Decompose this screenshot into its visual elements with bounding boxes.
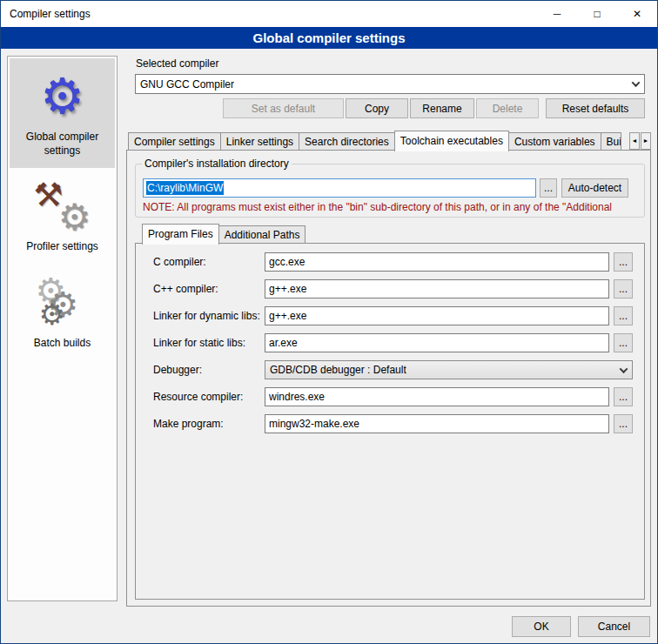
linker-static-input[interactable]: [265, 333, 609, 352]
tab-scroll-right-button[interactable]: ►: [641, 132, 651, 150]
profiler-settings-icon: ⚙ ⚒: [36, 180, 90, 232]
browse-resource-compiler-button[interactable]: ...: [614, 387, 633, 406]
tab-bar: Compiler settings Linker settings Search…: [128, 130, 621, 151]
resource-compiler-label: Resource compiler:: [153, 387, 243, 406]
sidebar: ⚙ Global compiler settings ⚙ ⚒ Profiler …: [7, 56, 118, 601]
note-text: NOTE: All programs must exist either in …: [143, 201, 646, 213]
minimize-button[interactable]: ─: [537, 1, 577, 27]
sidebar-item-global-compiler-settings[interactable]: ⚙ Global compiler settings: [10, 58, 115, 168]
titlebar: Compiler settings ─ □ ✕: [1, 1, 657, 27]
arrow-left-icon: ◄: [632, 138, 638, 144]
selected-compiler-dropdown[interactable]: GNU GCC Compiler: [135, 74, 645, 94]
browse-linker-dynamic-button[interactable]: ...: [614, 306, 633, 325]
make-program-input[interactable]: [265, 414, 609, 433]
close-button[interactable]: ✕: [617, 1, 657, 27]
delete-button[interactable]: Delete: [476, 98, 539, 118]
batch-builds-gears-icon: ⚙ ⚙ ⚙: [36, 277, 90, 329]
window-controls: ─ □ ✕: [537, 1, 657, 27]
resource-compiler-input[interactable]: [265, 387, 609, 406]
browse-linker-static-button[interactable]: ...: [614, 333, 633, 352]
sidebar-item-profiler-settings[interactable]: ⚙ ⚒ Profiler settings: [10, 168, 115, 265]
c-compiler-input[interactable]: [265, 252, 609, 272]
installation-directory-input[interactable]: C:\raylib\MinGW: [143, 178, 536, 198]
selected-compiler-value: GNU GCC Compiler: [140, 78, 234, 91]
browse-make-program-button[interactable]: ...: [614, 414, 633, 433]
auto-detect-button[interactable]: Auto-detect: [561, 178, 628, 198]
subtab-bar: Program Files Additional Paths: [142, 223, 305, 244]
cpp-compiler-input[interactable]: [265, 279, 609, 299]
browse-cpp-compiler-button[interactable]: ...: [614, 279, 633, 299]
debugger-select[interactable]: GDB/CDB debugger : Default: [265, 360, 633, 379]
maximize-icon: □: [594, 8, 600, 20]
cpp-compiler-label: C++ compiler:: [153, 279, 218, 299]
tab-toolchain-executables[interactable]: Toolchain executables: [394, 131, 509, 151]
sidebar-item-batch-builds[interactable]: ⚙ ⚙ ⚙ Batch builds: [10, 265, 115, 361]
subtab-program-files[interactable]: Program Files: [142, 224, 219, 245]
sidebar-item-label: Global compiler settings: [11, 131, 113, 158]
ok-button[interactable]: OK: [512, 616, 571, 637]
chevron-down-icon: [632, 78, 641, 87]
subtab-additional-paths[interactable]: Additional Paths: [218, 225, 306, 244]
maximize-button[interactable]: □: [577, 1, 617, 27]
page-title: Global compiler settings: [252, 30, 405, 45]
chevron-down-icon: [620, 365, 628, 373]
tab-build[interactable]: Build: [601, 132, 621, 151]
arrow-right-icon: ►: [643, 138, 649, 144]
browse-c-compiler-button[interactable]: ...: [614, 252, 633, 272]
debugger-label: Debugger:: [153, 360, 202, 379]
selected-compiler-label: Selected compiler: [136, 57, 218, 70]
header-banner: Global compiler settings: [1, 27, 657, 49]
c-compiler-label: C compiler:: [153, 252, 206, 272]
minimize-icon: ─: [554, 8, 561, 20]
linker-dynamic-label: Linker for dynamic libs:: [153, 306, 260, 325]
program-files-panel: C compiler: ... C++ compiler: ... Linker…: [135, 243, 645, 600]
tab-search-directories[interactable]: Search directories: [299, 132, 395, 151]
installation-directory-group-label: Compiler's installation directory: [142, 158, 292, 170]
reset-defaults-button[interactable]: Reset defaults: [546, 98, 645, 118]
global-compiler-gear-icon: ⚙: [36, 70, 90, 123]
sidebar-item-label: Profiler settings: [26, 240, 98, 254]
linker-static-label: Linker for static libs:: [153, 333, 245, 352]
set-as-default-button[interactable]: Set as default: [223, 98, 344, 118]
tab-scroll-left-button[interactable]: ◄: [629, 132, 640, 150]
make-program-label: Make program:: [153, 414, 224, 433]
tab-compiler-settings[interactable]: Compiler settings: [128, 132, 221, 151]
tab-linker-settings[interactable]: Linker settings: [220, 132, 299, 151]
installation-directory-value: C:\raylib\MinGW: [146, 181, 224, 195]
window-title: Compiler settings: [1, 8, 91, 20]
close-icon: ✕: [633, 8, 641, 20]
debugger-value: GDB/CDB debugger : Default: [270, 364, 406, 376]
linker-dynamic-input[interactable]: [265, 306, 609, 325]
browse-install-dir-button[interactable]: ...: [540, 178, 557, 198]
rename-button[interactable]: Rename: [410, 98, 474, 118]
copy-button[interactable]: Copy: [346, 98, 408, 118]
tab-custom-variables[interactable]: Custom variables: [508, 132, 601, 151]
sidebar-item-label: Batch builds: [34, 337, 91, 351]
cancel-button[interactable]: Cancel: [578, 616, 650, 637]
